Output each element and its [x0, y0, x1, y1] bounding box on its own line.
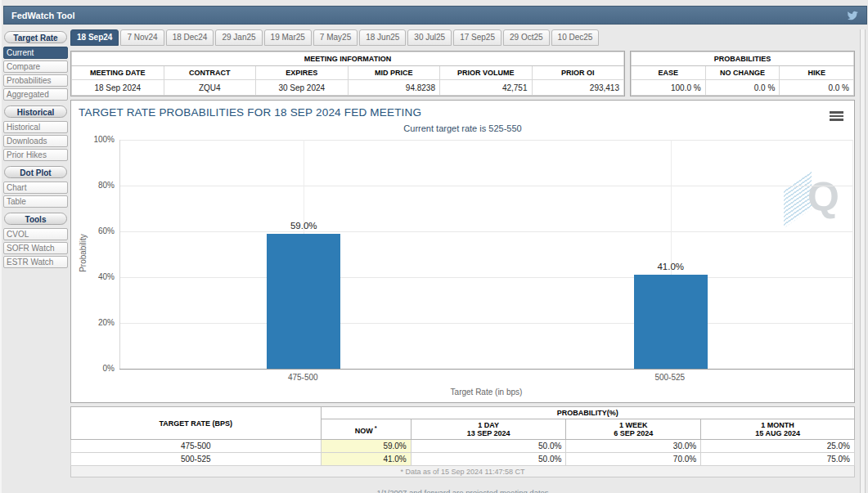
column-header-meeting-date: MEETING DATE: [72, 66, 164, 80]
sidebar-item-cvol[interactable]: CVOL: [3, 228, 68, 240]
twitter-icon[interactable]: [846, 10, 859, 21]
panel-caption: MEETING INFORMATION: [72, 52, 624, 66]
subheader-now: NOW *: [321, 419, 411, 440]
tab-18-sep24[interactable]: 18 Sep24: [70, 29, 119, 46]
rate-column-header: TARGET RATE (BPS): [71, 407, 322, 440]
quikstrike-watermark: Q: [782, 174, 839, 223]
sidebar-item-prior-hikes[interactable]: Prior Hikes: [3, 149, 68, 161]
table-row: 475-50059.0%50.0%30.0%25.0%: [71, 440, 855, 453]
subheader-1-day: 1 DAY13 SEP 2024: [411, 419, 566, 440]
sidebar-item-downloads[interactable]: Downloads: [3, 135, 68, 147]
column-header-no-change: NO CHANGE: [705, 66, 780, 80]
bar-value-label: 59.0%: [259, 221, 349, 231]
value-expires: 30 Sep 2024: [256, 80, 349, 96]
meeting-info-panel: MEETING INFORMATIONMEETING DATECONTRACTE…: [70, 51, 625, 96]
gridline-80: [120, 186, 852, 186]
table-footnote: * Data as of 15 Sep 2024 11:47:58 CT: [71, 466, 855, 477]
page-footnote: 1/1/2007 and forward are projected meeti…: [70, 488, 855, 493]
app-title: FedWatch Tool: [11, 11, 75, 20]
value-contract: ZQU4: [164, 80, 256, 96]
y-tick-60: 60%: [71, 226, 115, 235]
subheader-1-week: 1 WEEK6 SEP 2024: [566, 419, 701, 440]
tab-30-jul25[interactable]: 30 Jul25: [407, 29, 452, 46]
week-probability-cell: 70.0%: [566, 453, 701, 466]
tab-7-may25[interactable]: 7 May25: [313, 29, 358, 46]
scrollbar-track[interactable]: [860, 29, 866, 493]
value-prior-volume: 42,751: [440, 80, 533, 96]
rate-cell: 500-525: [71, 453, 322, 466]
column-header-contract: CONTRACT: [164, 66, 256, 80]
sidebar-item-probabilities[interactable]: Probabilities: [3, 74, 68, 87]
probability-history-panel: TARGET RATE (BPS) PROBABILITY(%) NOW *1 …: [70, 406, 855, 477]
bar-500-525[interactable]: [634, 275, 708, 369]
week-probability-cell: 30.0%: [566, 440, 701, 453]
column-header-prior-oi: PRIOR OI: [532, 66, 624, 80]
bar-475-500[interactable]: [267, 234, 340, 369]
tab-29-oct25[interactable]: 29 Oct25: [503, 29, 550, 46]
sidebar-item-table[interactable]: Table: [3, 195, 68, 208]
column-header-prior-volume: PRIOR VOLUME: [440, 66, 533, 80]
sidebar-item-current[interactable]: Current: [3, 47, 68, 59]
probability-group-header: PROBABILITY(%): [321, 407, 854, 419]
y-tick-80: 80%: [71, 181, 115, 190]
column-header-expires: EXPIRES: [256, 66, 349, 80]
month-probability-cell: 75.0%: [701, 453, 855, 466]
tab-18-jun25[interactable]: 18 Jun25: [359, 29, 406, 46]
date-tabs: 18 Sep247 Nov2418 Dec2429 Jan2519 Mar257…: [70, 29, 599, 46]
sidebar-item-compare[interactable]: Compare: [3, 61, 68, 73]
value-ease: 100.0 %: [632, 80, 706, 96]
tab-29-jan25[interactable]: 29 Jan25: [215, 29, 262, 46]
meeting-info-table: MEETING INFORMATIONMEETING DATECONTRACTE…: [71, 52, 624, 96]
value-mid-price: 94.8238: [348, 80, 440, 96]
y-tick-0: 0%: [71, 364, 115, 373]
sidebar-section-historical: Historical: [4, 105, 67, 118]
chart-title: TARGET RATE PROBABILITIES FOR 18 SEP 202…: [79, 106, 421, 119]
sidebar-section-target-rate: Target Rate: [4, 31, 67, 43]
now-probability-cell: 59.0%: [321, 440, 411, 453]
gridline-60: [120, 231, 852, 232]
day-probability-cell: 50.0%: [411, 440, 566, 453]
tab-17-sep25[interactable]: 17 Sep25: [453, 29, 501, 46]
sidebar-item-estr-watch[interactable]: ESTR Watch: [3, 256, 68, 268]
sidebar-section-tools: Tools: [4, 213, 67, 225]
tab-19-mar25[interactable]: 19 Mar25: [264, 29, 312, 46]
category-label-475-500: 475-500: [254, 373, 352, 382]
plot-area: Q 59.0%41.0%: [119, 140, 853, 369]
column-header-ease: EASE: [632, 66, 706, 80]
y-tick-20: 20%: [71, 318, 115, 327]
x-axis-line: [119, 369, 854, 370]
rate-cell: 475-500: [71, 440, 322, 453]
subheader-1-month: 1 MONTH15 AUG 2024: [701, 419, 855, 440]
day-probability-cell: 50.0%: [411, 453, 566, 466]
probabilities-summary-table: PROBABILITIESEASENO CHANGEHIKE100.0 %0.0…: [631, 52, 854, 96]
month-probability-cell: 25.0%: [701, 440, 855, 453]
now-probability-cell: 41.0%: [321, 453, 411, 466]
y-tick-100: 100%: [71, 135, 115, 144]
sidebar-item-aggregated[interactable]: Aggregated: [3, 88, 68, 101]
sidebar-item-sofr-watch[interactable]: SOFR Watch: [3, 242, 68, 254]
probabilities-summary-panel: PROBABILITIESEASENO CHANGEHIKE100.0 %0.0…: [630, 51, 855, 96]
bar-value-label: 41.0%: [626, 262, 716, 271]
chart-subtitle: Current target rate is 525-550: [71, 123, 854, 133]
gridline-40: [120, 277, 852, 278]
x-axis-label: Target Rate (in bps): [119, 388, 853, 397]
hamburger-menu-icon[interactable]: [830, 111, 843, 123]
chart-panel: TARGET RATE PROBABILITIES FOR 18 SEP 202…: [70, 100, 855, 403]
fedwatch-tool-page: FedWatch Tool Target RateCurrentCompareP…: [0, 0, 868, 493]
gridline-20: [120, 323, 852, 324]
watermark-q-letter: Q: [807, 174, 839, 220]
column-header-hike: HIKE: [780, 66, 854, 80]
value-no-change: 0.0 %: [705, 80, 780, 96]
column-header-mid-price: MID PRICE: [348, 66, 440, 80]
tab-10-dec25[interactable]: 10 Dec25: [551, 29, 600, 46]
sidebar-item-chart[interactable]: Chart: [3, 182, 68, 194]
tab-18-dec24[interactable]: 18 Dec24: [166, 29, 214, 46]
sidebar-item-historical[interactable]: Historical: [3, 121, 68, 133]
table-row: 500-52541.0%50.0%70.0%75.0%: [71, 453, 855, 466]
gridline-100: [120, 140, 852, 141]
tab-7-nov24[interactable]: 7 Nov24: [120, 29, 164, 46]
sidebar-section-dot-plot: Dot Plot: [4, 166, 67, 178]
value-prior-oi: 293,413: [532, 80, 624, 96]
value-hike: 0.0 %: [780, 80, 854, 96]
y-tick-40: 40%: [71, 272, 115, 281]
